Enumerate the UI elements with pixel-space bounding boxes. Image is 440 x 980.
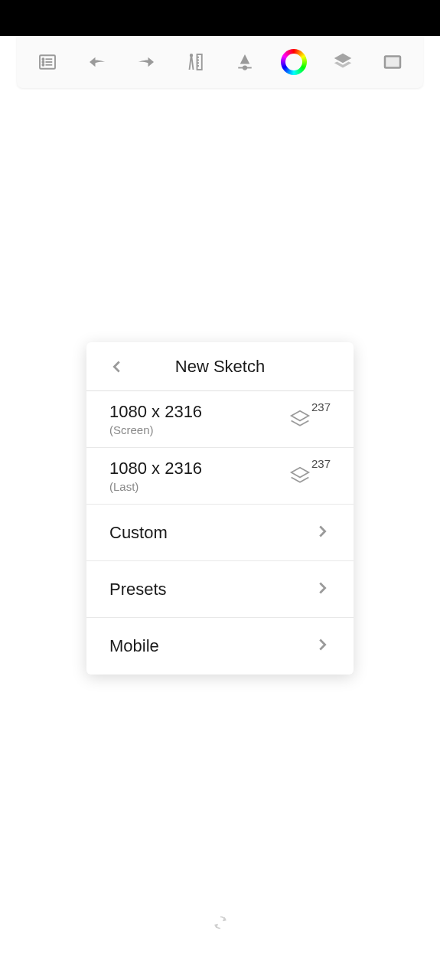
layers-icon[interactable] [329,48,357,76]
new-sketch-dialog: New Sketch 1080 x 2316 (Screen) 237 1080… [86,342,354,675]
color-picker-icon[interactable] [280,48,308,76]
item-text: 1080 x 2316 (Last) [109,459,202,493]
layers-badge: 237 [287,463,331,489]
layers-badge: 237 [287,407,331,433]
svg-rect-16 [386,58,398,66]
top-toolbar [17,36,423,88]
badge-count: 237 [311,457,331,470]
svg-point-1 [43,58,44,60]
loading-indicator-icon [213,915,228,930]
item-primary: 1080 x 2316 [109,402,202,422]
status-bar [0,0,440,36]
chevron-right-icon [314,523,331,543]
undo-icon[interactable] [83,48,111,76]
dialog-list: 1080 x 2316 (Screen) 237 1080 x 2316 (La… [86,391,354,675]
layers-icon [287,463,313,489]
size-option-last[interactable]: 1080 x 2316 (Last) 237 [86,448,354,505]
item-primary: 1080 x 2316 [109,459,202,479]
item-secondary: (Last) [109,480,202,493]
svg-point-3 [43,61,44,63]
item-secondary: (Screen) [109,423,202,436]
brush-size-icon[interactable] [231,48,259,76]
menu-icon[interactable] [34,48,61,76]
svg-point-7 [191,54,193,57]
chevron-right-icon [314,636,331,656]
mobile-option[interactable]: Mobile [86,618,354,675]
item-primary: Presets [109,580,167,599]
dialog-header: New Sketch [86,342,354,391]
size-option-screen[interactable]: 1080 x 2316 (Screen) 237 [86,391,354,448]
svg-point-5 [43,64,44,66]
tools-icon[interactable] [181,48,209,76]
redo-icon[interactable] [132,48,160,76]
dialog-title: New Sketch [86,357,354,377]
layers-icon [287,407,313,433]
back-button[interactable] [108,358,126,376]
chevron-right-icon [314,580,331,599]
item-text: 1080 x 2316 (Screen) [109,402,202,436]
presets-option[interactable]: Presets [86,561,354,618]
item-primary: Custom [109,523,168,543]
custom-option[interactable]: Custom [86,505,354,561]
fullscreen-icon[interactable] [379,48,406,76]
svg-point-14 [243,65,247,70]
badge-count: 237 [311,400,331,413]
item-primary: Mobile [109,636,159,656]
